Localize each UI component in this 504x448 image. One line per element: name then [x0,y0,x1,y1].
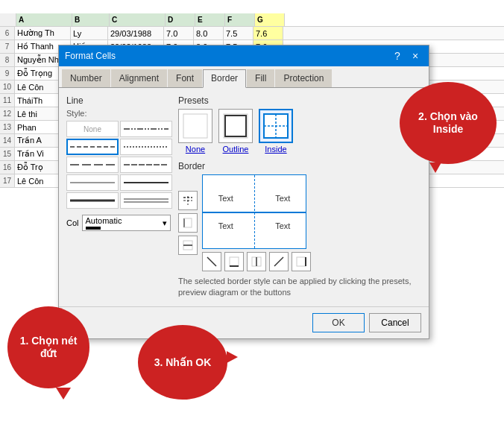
dialog-tabs: Number Alignment Font Border Fill Protec… [59,66,429,88]
preview-text-bl: Text [218,221,233,230]
svg-rect-11 [224,114,248,138]
tab-alignment[interactable]: Alignment [111,69,167,87]
svg-rect-29 [297,257,306,266]
tab-protection[interactable]: Protection [275,69,332,87]
border-btn-right[interactable] [292,252,311,271]
presets-label: Presets [178,95,421,106]
preset-outline-icon [218,109,253,143]
line-styles-grid: None [66,121,171,209]
line-style-solid-thin[interactable] [66,174,119,191]
line-style-medium-dash[interactable] [120,157,172,173]
bubble-3-text: 3. Nhấn OK [154,356,212,369]
dropdown-arrow-icon: ▾ [163,218,167,228]
presets-row: None Outline [178,109,421,154]
preset-inside-label: Inside [265,145,286,154]
preview-text-tr: Text [275,194,290,203]
right-section: Presets None [178,95,421,299]
preset-inside-icon [259,109,293,143]
color-label: Col [66,218,79,227]
preview-text-tl: Text [218,194,233,203]
color-value-text: Automatic [86,216,122,225]
line-style-solid-medium[interactable] [120,174,172,191]
dialog-body: Line Style: None [59,88,429,306]
preset-outline-label: Outline [223,145,249,154]
line-section: Line Style: None [66,95,171,299]
line-style-none[interactable]: None [66,121,119,137]
svg-rect-24 [230,257,239,266]
line-section-label: Line [66,95,171,106]
annotation-bubble-3: 3. Nhấn OK [138,325,227,400]
svg-rect-20 [184,218,192,227]
preset-outline[interactable]: Outline [218,109,253,154]
svg-rect-10 [183,114,207,138]
border-btn-inside-h[interactable] [178,236,198,255]
ok-button[interactable]: OK [312,313,365,332]
dialog-titlebar: Format Cells ? × [59,45,429,66]
preset-inside[interactable]: Inside [259,109,293,154]
border-buttons-left [178,174,198,271]
border-btn-inside-v[interactable] [247,252,266,271]
border-btn-diag-down[interactable] [202,252,221,271]
dialog-title: Format Cells [65,51,116,61]
preset-none[interactable]: None [178,109,212,154]
color-value-display: Automatic [86,216,122,230]
line-style-dotted[interactable] [120,139,172,155]
presets-section: Presets None [178,95,421,154]
border-btn-diag-up[interactable] [269,252,289,271]
line-style-dashed-selected[interactable] [66,139,119,155]
line-style-solid-thick[interactable] [66,192,119,209]
annotation-bubble-2: 2. Chọn vào Inside [400,82,497,164]
cancel-button[interactable]: Cancel [369,313,421,332]
color-section: Col Automatic ▾ [66,215,171,231]
dialog-footer: OK Cancel [59,306,429,338]
tab-number[interactable]: Number [62,69,110,87]
dialog-overlay: Format Cells ? × Number Alignment Font B… [0,0,504,448]
tab-border[interactable]: Border [203,69,246,88]
dialog-controls: ? × [390,49,423,63]
dialog-close-button[interactable]: × [408,49,423,63]
line-style-double[interactable] [120,192,172,209]
border-btn-top-left[interactable] [178,191,198,210]
line-style-long-dash[interactable] [66,157,119,173]
border-label: Border [178,161,205,171]
none-label: None [84,125,101,133]
info-text: The selected border style can be applied… [178,276,421,299]
dialog-columns: Line Style: None [66,95,421,299]
style-label: Style: [66,109,171,118]
border-btn-bottom[interactable] [224,252,244,271]
tab-fill[interactable]: Fill [247,69,274,87]
color-strip [86,227,101,230]
border-preview-area: Text Text Text Text [178,174,421,271]
preset-none-label: None [186,145,205,154]
annotation-bubble-1: 1. Chọn nét đứt [7,306,89,388]
border-buttons-bottom [202,252,421,271]
svg-line-23 [207,257,216,266]
preview-grid: Text Text Text Text [202,174,306,249]
bubble-1-text: 1. Chọn nét đứt [15,335,82,360]
border-section: Border [178,161,421,271]
svg-line-28 [274,257,283,266]
border-preview-box[interactable]: Text Text Text Text [202,174,421,271]
preview-vline [254,175,255,248]
bubble-2-text: 2. Chọn vào Inside [407,110,489,136]
format-cells-dialog: Format Cells ? × Number Alignment Font B… [58,45,429,339]
tab-font[interactable]: Font [168,69,202,87]
line-style-dash-dot-dot[interactable] [120,121,172,137]
border-btn-left[interactable] [178,213,198,233]
preview-text-br: Text [275,221,290,230]
dialog-help-button[interactable]: ? [390,49,405,63]
preset-none-icon [178,109,212,143]
color-dropdown[interactable]: Automatic ▾ [82,215,171,231]
